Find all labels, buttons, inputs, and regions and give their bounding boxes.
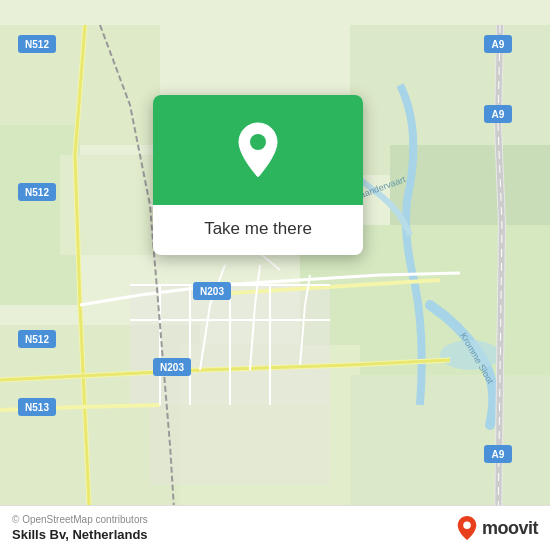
moovit-text: moovit <box>482 518 538 539</box>
svg-text:A9: A9 <box>492 39 505 50</box>
location-pin-icon <box>234 121 282 179</box>
popup-card: Take me there <box>153 95 363 255</box>
bottom-left-info: © OpenStreetMap contributors Skills Bv, … <box>12 514 148 542</box>
svg-rect-9 <box>350 375 550 525</box>
moovit-pin-icon <box>456 515 478 541</box>
svg-point-34 <box>250 134 266 150</box>
svg-text:N512: N512 <box>25 39 49 50</box>
take-me-there-button[interactable]: Take me there <box>204 219 312 238</box>
map-svg: N512 N512 N512 N513 N203 N203 A9 A9 A9 V… <box>0 0 550 550</box>
popup-body[interactable]: Take me there <box>153 205 363 255</box>
svg-text:N512: N512 <box>25 334 49 345</box>
popup-header <box>153 95 363 205</box>
location-name: Skills Bv, Netherlands <box>12 527 148 542</box>
svg-text:N203: N203 <box>160 362 184 373</box>
svg-point-35 <box>463 522 470 529</box>
svg-text:A9: A9 <box>492 449 505 460</box>
bottom-bar: © OpenStreetMap contributors Skills Bv, … <box>0 505 550 550</box>
copyright-text: © OpenStreetMap contributors <box>12 514 148 525</box>
svg-text:A9: A9 <box>492 109 505 120</box>
svg-text:N512: N512 <box>25 187 49 198</box>
svg-rect-12 <box>150 405 330 485</box>
svg-text:N203: N203 <box>200 286 224 297</box>
svg-text:N513: N513 <box>25 402 49 413</box>
moovit-logo: moovit <box>456 515 538 541</box>
map-container: N512 N512 N512 N513 N203 N203 A9 A9 A9 V… <box>0 0 550 550</box>
